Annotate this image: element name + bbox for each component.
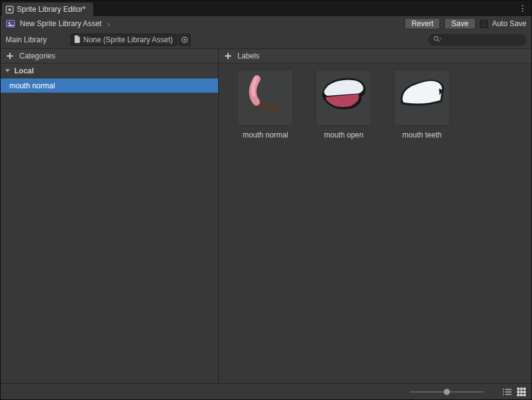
label-name: mouth open [324, 131, 363, 139]
sprite-library-asset-icon [6, 19, 16, 29]
sprite-thumbnail-mouth-open [316, 70, 372, 126]
add-category-button[interactable] [6, 52, 14, 60]
thumbnail-size-slider[interactable] [410, 388, 484, 396]
labels-grid: mouth normal mouth open [219, 63, 531, 146]
category-item-mouth-normal[interactable]: mouth normal [1, 78, 218, 93]
search-input[interactable] [444, 35, 521, 45]
object-picker-button[interactable] [178, 34, 191, 46]
label-name: mouth teeth [402, 131, 441, 139]
labels-header: Labels [219, 49, 531, 63]
categories-header-label: Categories [19, 52, 55, 60]
auto-save-checkbox[interactable] [480, 20, 488, 28]
main-library-row: Main Library None (Sprite Library Asset) [1, 31, 531, 49]
label-item-mouth-open[interactable]: mouth open [307, 70, 380, 139]
foldout-triangle-icon [5, 69, 10, 72]
category-group-label: Local [14, 67, 34, 75]
auto-save-label: Auto Save [492, 19, 526, 28]
category-group-local[interactable]: Local [1, 63, 218, 78]
sprite-thumbnail-mouth-teeth [394, 70, 450, 126]
labels-header-label: Labels [237, 52, 259, 60]
save-button[interactable]: Save [444, 18, 475, 29]
sprite-library-editor-icon [6, 6, 14, 14]
breadcrumb-chevron-icon: › [107, 19, 109, 29]
search-icon [433, 35, 442, 45]
label-name: mouth normal [242, 131, 288, 139]
sprite-library-editor-window: Sprite Library Editor* ⋮ New Sprite Libr… [0, 0, 532, 400]
category-item-label: mouth normal [9, 81, 55, 90]
categories-header: Categories [1, 49, 218, 63]
toolbar: New Sprite Library Asset › Revert Save A… [1, 16, 531, 31]
breadcrumb-asset-name[interactable]: New Sprite Library Asset [20, 19, 101, 28]
label-item-mouth-normal[interactable]: mouth normal [229, 70, 302, 139]
kebab-menu-icon[interactable]: ⋮ [518, 2, 527, 14]
search-field[interactable] [428, 34, 526, 45]
tab-bar: Sprite Library Editor* ⋮ [1, 1, 531, 16]
object-field-value: None (Sprite Library Asset) [83, 35, 173, 44]
revert-button[interactable]: Revert [405, 18, 440, 29]
tab-sprite-library-editor[interactable]: Sprite Library Editor* [2, 2, 93, 16]
labels-panel: Labels mouth normal [219, 49, 531, 383]
panels: Categories Local mouth normal Labels [1, 49, 531, 383]
toolbar-right: Revert Save Auto Save [405, 18, 526, 29]
grid-view-icon[interactable] [517, 388, 526, 396]
slider-thumb[interactable] [444, 389, 450, 395]
asset-file-icon [74, 35, 80, 45]
main-library-label: Main Library [6, 35, 70, 44]
tab-title: Sprite Library Editor* [17, 5, 86, 14]
categories-panel: Categories Local mouth normal [1, 49, 219, 383]
label-item-mouth-teeth[interactable]: mouth teeth [385, 70, 459, 139]
list-view-icon[interactable] [503, 388, 511, 396]
add-label-button[interactable] [224, 52, 232, 60]
main-library-object-field[interactable]: None (Sprite Library Asset) [70, 34, 177, 46]
sprite-thumbnail-mouth-normal [237, 70, 293, 126]
view-mode-icons [503, 388, 526, 396]
bottom-bar [1, 383, 531, 399]
